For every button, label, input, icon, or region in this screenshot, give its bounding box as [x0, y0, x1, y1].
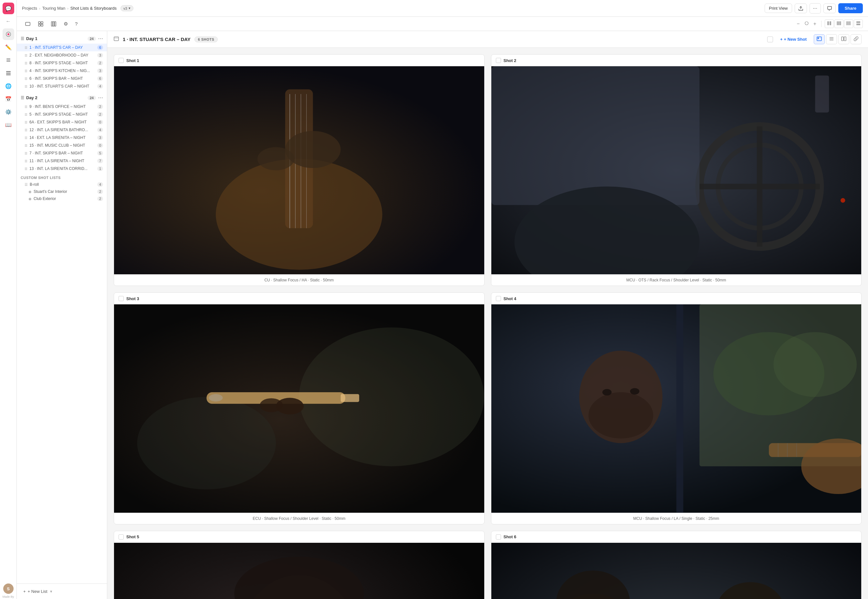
shotlist-btn[interactable] [3, 67, 14, 79]
share-btn[interactable]: Share [838, 3, 863, 13]
pencil-btn[interactable]: ✏️ [3, 41, 14, 53]
shot1-image [114, 66, 484, 274]
app-logo-btn[interactable]: 💬 [3, 3, 14, 14]
scene-icon-2: ☰ [24, 54, 27, 57]
comment-btn[interactable] [823, 3, 836, 13]
more-btn[interactable]: ··· [809, 3, 821, 14]
tool-settings-btn[interactable]: ⚙ [61, 19, 71, 29]
scene-item-11[interactable]: ☰ 11 · INT. LA SIRENITA – NIGHT 7 [17, 157, 107, 165]
export-btn[interactable] [795, 3, 807, 13]
shot-card-3: Shot 3 [114, 292, 484, 524]
shots-container: Shot 1 [107, 48, 868, 599]
tool-grid-btn[interactable] [35, 19, 47, 29]
shot3-check[interactable] [119, 296, 124, 301]
back-nav-btn[interactable]: ← [3, 15, 14, 27]
new-shot-btn[interactable]: + + New Shot [777, 35, 810, 44]
panel-view-btn[interactable] [838, 34, 849, 44]
print-view-btn[interactable]: Print View [765, 3, 792, 13]
project-link[interactable]: Touring Man [42, 6, 66, 11]
shot1-meta: CU · Shallow Focus / HA · Static · 50mm [114, 274, 484, 286]
scene-item-1[interactable]: ☰ 1 · INT. STUART'S CAR – DAY 6 [17, 44, 107, 51]
shot4-meta: MCU · Shallow Focus / LA / Single · Stat… [491, 513, 862, 524]
version-label: v3 [123, 6, 127, 11]
tool-help-btn[interactable]: ? [72, 19, 80, 29]
broll-group[interactable]: ☰ B-roll 4 [17, 181, 107, 188]
view-full-btn[interactable] [854, 20, 863, 28]
storyboard-view-btn[interactable] [814, 34, 825, 44]
globe-btn[interactable]: 🌐 [3, 80, 14, 92]
tool-rect-btn[interactable] [22, 19, 34, 29]
svg-rect-31 [818, 38, 819, 39]
scene-item-6a[interactable]: ☰ 6A · EXT. SKIPP'S BAR – NIGHT 0 [17, 118, 107, 126]
calendar-btn[interactable]: 📅 [3, 93, 14, 105]
scene-item-15[interactable]: ☰ 15 · INT. MUSIC CLUB – NIGHT 0 [17, 141, 107, 149]
zoom-controls: − + [795, 20, 818, 27]
svg-rect-38 [844, 37, 846, 41]
shot1-number: Shot 1 [126, 58, 139, 63]
day1-more-btn[interactable]: ⋯ [98, 36, 103, 42]
user-avatar[interactable]: S [3, 584, 14, 594]
sliders-btn[interactable]: ⚙️ [3, 106, 14, 117]
scene-header: 1 · INT. STUART'S CAR – DAY 6 SHOTS + + … [107, 31, 868, 48]
shot5-image [114, 543, 484, 599]
stuarts-car-interior-item[interactable]: ◉ Stuart's Car Interior 2 [17, 188, 107, 195]
scene-item-5[interactable]: ☰ 5 · INT. SKIPP'S STAGE – NIGHT 2 [17, 110, 107, 118]
view-4col-btn[interactable] [844, 20, 853, 28]
day2-icon: ☰ [21, 96, 24, 100]
scene-item-7[interactable]: ☰ 7 · INT. SKIPP'S BAR – NIGHT 5 [17, 149, 107, 157]
plus-icon: + [23, 589, 26, 594]
shot2-check[interactable] [496, 58, 501, 63]
zoom-in-btn[interactable]: + [812, 20, 818, 27]
projects-link[interactable]: Projects [22, 6, 37, 11]
shot3-number: Shot 3 [126, 296, 139, 301]
svg-rect-79 [676, 304, 683, 512]
club-exterior-item[interactable]: ◉ Club Exterior 2 [17, 195, 107, 202]
svg-rect-32 [818, 39, 819, 40]
stuarts-car-count: 2 [97, 189, 103, 194]
broll-count: 4 [97, 182, 103, 187]
version-badge[interactable]: v3 ▾ [120, 5, 134, 11]
link-view-btn[interactable] [851, 34, 862, 44]
new-list-btn[interactable]: + + New List ▾ [21, 587, 103, 596]
svg-rect-28 [114, 37, 119, 41]
day2-more-btn[interactable]: ⋯ [98, 95, 103, 101]
scene-item-2[interactable]: ☰ 2 · EXT. NEIGHBORHOOD – DAY 3 [17, 51, 107, 59]
scene-item-10[interactable]: ☰ 10 · INT. STUART'S CAR – NIGHT 4 [17, 83, 107, 90]
day1-header: ☰ Day 1 24 ⋯ [17, 34, 107, 44]
scene-check[interactable] [767, 36, 773, 42]
stuarts-car-label: Stuart's Car Interior [34, 189, 95, 194]
scene-item-12[interactable]: ☰ 12 · INT. LA SIRENITA BATHRO... 4 [17, 126, 107, 134]
project-btn[interactable] [3, 29, 14, 40]
shot1-check[interactable] [119, 58, 124, 63]
zoom-fit-btn[interactable] [803, 20, 811, 27]
shots-badge: 6 SHOTS [194, 36, 218, 42]
svg-rect-9 [38, 22, 41, 24]
toolbar: ⚙ ? − + [17, 17, 868, 31]
svg-rect-25 [850, 21, 851, 25]
svg-rect-62 [341, 394, 359, 402]
scene-item-6[interactable]: ☰ 6 · INT. SKIPP'S BAR – NIGHT 6 [17, 75, 107, 83]
day1-icon: ☰ [21, 36, 24, 41]
view-2col-btn[interactable] [825, 20, 834, 28]
shot6-check[interactable] [496, 534, 501, 540]
shot4-check[interactable] [496, 296, 501, 301]
scene-item-8[interactable]: ☰ 8 · INT. SKIPP'S STAGE – NIGHT 2 [17, 59, 107, 67]
scene-item-9[interactable]: ☰ 9 · INT. BEN'S OFFICE – NIGHT 2 [17, 103, 107, 110]
scene-item-14[interactable]: ☰ 14 · EXT. LA SIRENITA – NIGHT 3 [17, 134, 107, 141]
shot6-image [491, 543, 862, 599]
list-view-btn[interactable] [826, 34, 837, 44]
layers-btn[interactable] [3, 54, 14, 66]
book-btn[interactable]: 📖 [3, 119, 14, 131]
scene-item-13[interactable]: ☰ 13 · INT. LA SIRENITA CORRID... 1 [17, 165, 107, 173]
zoom-out-btn[interactable]: − [795, 20, 801, 27]
view-3col-btn[interactable] [834, 20, 844, 28]
shot5-check[interactable] [119, 534, 124, 540]
scene-label-8: 8 · INT. SKIPP'S STAGE – NIGHT [29, 61, 95, 65]
svg-rect-2 [6, 59, 11, 59]
svg-rect-30 [817, 37, 821, 41]
svg-rect-10 [41, 22, 43, 24]
scene-item-4[interactable]: ☰ 4 · INT. SKIPP'S KITCHEN – NIG... 3 [17, 67, 107, 75]
shot4-image [491, 304, 862, 512]
svg-rect-55 [815, 75, 829, 113]
tool-columns-btn[interactable] [48, 19, 59, 29]
